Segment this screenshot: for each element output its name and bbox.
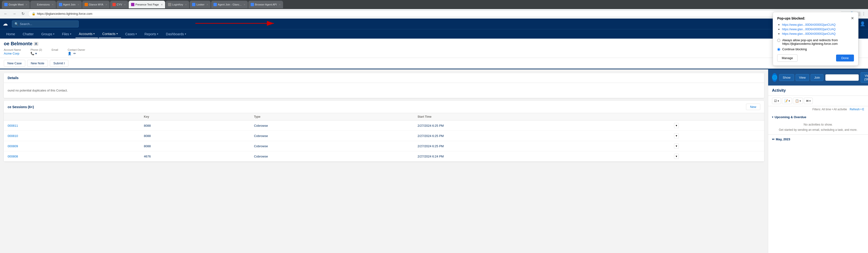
row-type-4: Cobrowse [250, 151, 414, 161]
video-input[interactable] [825, 74, 859, 81]
forward-button[interactable]: → [11, 10, 18, 17]
tab-favicon-looker [192, 3, 195, 6]
tab-close-looker[interactable]: ✕ [206, 3, 208, 6]
new-case-button[interactable]: New Case [4, 60, 25, 67]
activity-task-button[interactable]: ☑ ▾ [772, 98, 781, 104]
nav-groups[interactable]: Groups ▾ [38, 30, 58, 38]
popup-link-2[interactable]: https://www.glan...00D6A000002janCUAQ [782, 27, 854, 31]
row-id-2[interactable]: 000810 [4, 131, 140, 141]
tab-close-google-meet[interactable]: ✕ [26, 3, 27, 6]
tab-close-cyv[interactable]: ✕ [124, 3, 126, 6]
row-action-2[interactable]: ▾ [670, 131, 764, 141]
tab-close-loginkey[interactable]: ✕ [185, 3, 187, 6]
tab-label-browser-agent-api: Browser Agent API [255, 3, 277, 6]
tab-browser-agent-api[interactable]: Browser Agent API ✕ [248, 1, 283, 8]
nav-cases[interactable]: Cases ▾ [122, 30, 140, 38]
refresh-label[interactable]: Refresh [850, 108, 860, 111]
radio-always-allow[interactable]: Always allow pop-ups and redirects fromh… [777, 38, 854, 45]
tab-favicon-agent-join2 [214, 3, 217, 6]
back-button[interactable]: ← [2, 10, 9, 17]
sessions-table-body: 000811 8088 Cobrowse 2/27/2024 6:25 PM ▾… [4, 121, 764, 161]
search-input[interactable] [20, 22, 72, 26]
email-field: Email [52, 49, 58, 52]
sf-search-container[interactable]: 🔍 [12, 21, 79, 27]
submit-button[interactable]: Submit I [50, 60, 68, 67]
nav-reports[interactable]: Reports ▾ [141, 30, 161, 38]
manage-button[interactable]: Manage [777, 54, 798, 62]
files-chevron-icon: ▾ [70, 33, 71, 35]
show-button[interactable]: Show [779, 74, 794, 81]
refresh-browser-button[interactable]: ↻ [20, 10, 26, 17]
sessions-header-row: Key Type Start Time [4, 113, 764, 121]
row-id-4[interactable]: 000808 [4, 151, 140, 161]
nav-dashboards[interactable]: Dashboards ▾ [162, 30, 189, 38]
radio-continue-blocking[interactable]: Continue blocking [777, 48, 854, 51]
row-id-1[interactable]: 000811 [4, 121, 140, 131]
owner-edit-icon[interactable]: ✏ [73, 52, 76, 55]
popup-blocked-title: Pop-ups blocked: [777, 17, 805, 20]
tab-looker[interactable]: Looker ✕ [190, 1, 211, 8]
email-chevron-icon: ▾ [809, 100, 811, 102]
row-key-4: 4676 [140, 151, 250, 161]
upcoming-chevron-icon[interactable]: ▾ [772, 116, 773, 118]
address-bar[interactable]: 🔒 https://jbglancedemo.lightning.force.c… [28, 10, 843, 17]
row-action-1[interactable]: ▾ [670, 121, 764, 131]
dashboards-chevron-icon: ▾ [185, 33, 186, 35]
row-time-1: 2/27/2024 6:25 PM [414, 121, 670, 131]
sessions-new-button[interactable]: New [746, 104, 760, 110]
address-bar-row: ← → ↻ 🔒 https://jbglancedemo.lightning.f… [0, 9, 868, 19]
tab-google-meet[interactable]: Google Meet ✕ [2, 1, 30, 8]
refresh-link[interactable]: Refresh • E [850, 108, 864, 111]
nav-accounts[interactable]: Accounts ▾ [75, 30, 98, 38]
popup-link-1[interactable]: https://www.glan...00D6A000002janCUAQ [782, 23, 854, 26]
row-time-3: 2/27/2024 6:25 PM [414, 141, 670, 151]
view-button[interactable]: View [796, 74, 809, 81]
popup-close-button[interactable]: ✕ [851, 16, 854, 21]
tab-agent-join[interactable]: Agent Join ✕ [57, 1, 82, 8]
activity-note-button[interactable]: 📝 ▾ [782, 98, 792, 104]
video-sms-button[interactable]: Video (SMS) [861, 72, 868, 83]
reports-chevron-icon: ▾ [157, 33, 158, 35]
popup-link-3[interactable]: https://www.glan...00D6A000002janCUAQ [782, 32, 854, 35]
nav-files[interactable]: Files ▾ [59, 30, 74, 38]
nav-contacts[interactable]: Contacts ▾ [99, 30, 121, 38]
row-id-3[interactable]: 000809 [4, 141, 140, 151]
nav-chatter[interactable]: Chatter [19, 30, 37, 38]
row-time-4: 2/27/2024 6:24 PM [414, 151, 670, 161]
tab-agent-join2[interactable]: Agent Join - Glanc... ✕ [211, 1, 248, 8]
tab-extensions[interactable]: Extensions ✕ [30, 1, 56, 8]
row-action-3[interactable]: ▾ [670, 141, 764, 151]
tab-glance-mya[interactable]: Glance MYA ✕ [82, 1, 110, 8]
may-2023-header: ▾▾ May, 2023 [768, 135, 868, 143]
activity-email-button[interactable]: ✉ ▾ [804, 98, 813, 104]
tab-close-extensions[interactable]: ✕ [52, 3, 54, 6]
owner-avatar: 👤 [68, 52, 71, 55]
row-action-4[interactable]: ▾ [670, 151, 764, 161]
row-time-2: 2/27/2024 6:25 PM [414, 131, 670, 141]
user-avatar[interactable]: 👤 [860, 21, 865, 26]
tab-close-browser-agent-api[interactable]: ✕ [279, 3, 281, 6]
duplicate-notice: ound no potential duplicates of this Con… [8, 86, 760, 95]
tab-close-agent-join[interactable]: ✕ [78, 3, 79, 6]
groups-chevron-icon: ▾ [53, 33, 54, 35]
nav-home[interactable]: Home [3, 30, 18, 38]
browser-tab-bar: Google Meet ✕ Extensions ✕ Agent Join ✕ … [0, 0, 868, 9]
sessions-table: Key Type Start Time 000811 8088 Cobrowse… [4, 113, 764, 161]
join-button[interactable]: Join [811, 74, 824, 81]
tab-presence-test[interactable]: Presence Test Page ✕ [129, 1, 165, 8]
tab-loginkey[interactable]: LoginKey ✕ [165, 1, 189, 8]
tab-close-agent-join2[interactable]: ✕ [244, 3, 245, 6]
note-icon: 📝 [784, 99, 788, 103]
phone-chevron-icon[interactable]: ▾ [35, 52, 37, 55]
menu-icon[interactable]: ⋮ [862, 11, 866, 16]
may-chevron-icon[interactable]: ▾▾ [772, 138, 774, 140]
done-button[interactable]: Done [836, 55, 854, 61]
activity-log-button[interactable]: 📋 ▾ [793, 98, 803, 104]
tab-close-glance-mya[interactable]: ✕ [105, 3, 107, 6]
radio-continue-blocking-input[interactable] [777, 48, 780, 51]
tab-close-presence[interactable]: ✕ [161, 3, 163, 6]
tab-cyv[interactable]: CYV ✕ [110, 1, 128, 8]
new-note-button[interactable]: New Note [27, 60, 48, 67]
sf-action-bar: New Case New Note Submit I [0, 58, 868, 69]
radio-always-allow-input[interactable] [777, 39, 780, 42]
